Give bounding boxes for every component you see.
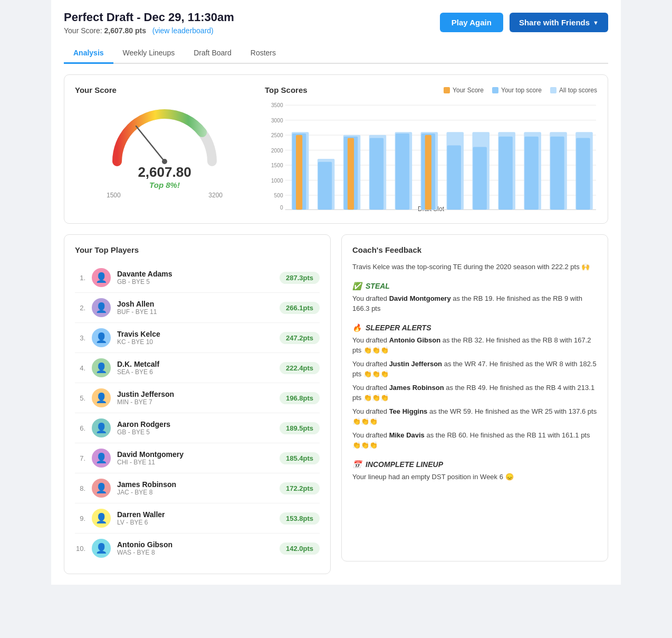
svg-text:2000: 2000 — [271, 148, 283, 154]
player-name: Travis Kelce — [117, 330, 273, 338]
player-team: MIN - BYE 7 — [117, 398, 273, 406]
tab-bar: Analysis Weekly Lineups Draft Board Rost… — [64, 43, 608, 64]
svg-text:2500: 2500 — [271, 132, 283, 138]
feedback-steal-item: You drafted David Montgomery as the RB 1… — [352, 293, 597, 314]
svg-line-0 — [136, 126, 165, 161]
player-score: 222.4pts — [280, 362, 320, 374]
player-info: Aaron Rodgers GB - BYE 5 — [117, 420, 273, 436]
feedback-sleeper-item: You drafted Justin Jefferson as the WR 4… — [352, 359, 597, 379]
feedback-sleeper-title: 🔥 SLEEPER ALERTS — [352, 323, 597, 332]
feedback-steal: ✅ STEALYou drafted David Montgomery as t… — [352, 282, 597, 314]
feedback-title: Coach's Feedback — [352, 245, 597, 254]
svg-rect-49 — [524, 137, 538, 210]
legend-your-score-label: Your Score — [453, 87, 484, 94]
feedback-sleeper: 🔥 SLEEPER ALERTSYou drafted Antonio Gibs… — [352, 323, 597, 451]
player-name: Darren Waller — [117, 510, 273, 519]
player-team: BUF - BYE 11 — [117, 308, 273, 316]
player-avatar: 👤 — [92, 388, 111, 407]
leaderboard-link[interactable]: (view leaderboard) — [152, 26, 214, 35]
player-name: Davante Adams — [117, 270, 273, 278]
feedback-sleeper-item: You drafted Mike Davis as the RB 60. He … — [352, 430, 597, 451]
tab-weekly-lineups[interactable]: Weekly Lineups — [113, 43, 185, 64]
player-info: Darren Waller LV - BYE 6 — [117, 510, 273, 526]
chevron-down-icon: ▼ — [593, 20, 599, 26]
legend-your-top-label: Your top score — [501, 87, 542, 94]
player-team: LV - BYE 6 — [117, 519, 273, 526]
feedback-incomplete: 📅 INCOMPLETE LINEUPYour lineup had an em… — [352, 460, 597, 482]
feedback-incomplete-title: 📅 INCOMPLETE LINEUP — [352, 460, 597, 469]
score-value: 2,607.80 pts — [104, 26, 146, 35]
player-list: 1. 👤 Davante Adams GB - BYE 5 287.3pts 2… — [75, 263, 320, 563]
chart-legend: Your Score Your top score All top scores — [444, 87, 597, 94]
legend-your-score-dot — [444, 87, 450, 93]
feedback-steal-title: ✅ STEAL — [352, 282, 597, 290]
legend-your-top-dot — [492, 87, 498, 93]
svg-rect-55 — [576, 138, 590, 210]
player-team: GB - BYE 5 — [117, 428, 273, 436]
top-players-card: Your Top Players 1. 👤 Davante Adams GB -… — [64, 234, 331, 574]
player-info: David Montgomery CHI - BYE 11 — [117, 450, 273, 466]
player-avatar: 👤 — [92, 358, 111, 377]
bottom-panels: Your Top Players 1. 👤 Davante Adams GB -… — [64, 234, 608, 574]
incomplete-icon: 📅 — [352, 460, 361, 469]
player-info: Travis Kelce KC - BYE 10 — [117, 330, 273, 346]
player-avatar: 👤 — [92, 479, 111, 498]
player-team: CHI - BYE 11 — [117, 459, 273, 466]
player-row: 5. 👤 Justin Jefferson MIN - BYE 7 196.8p… — [75, 383, 320, 413]
gauge-min: 1500 — [107, 192, 121, 199]
gauge-percentile: Top 8%! — [149, 180, 180, 189]
player-score: 266.1pts — [280, 302, 320, 314]
feedback-sections: ✅ STEALYou drafted David Montgomery as t… — [352, 282, 597, 482]
tab-draft-board[interactable]: Draft Board — [184, 43, 241, 64]
share-button[interactable]: Share with Friends ▼ — [510, 13, 608, 32]
sleeper-icon: 🔥 — [352, 323, 361, 332]
player-row: 10. 👤 Antonio Gibson WAS - BYE 8 142.0pt… — [75, 534, 320, 563]
player-name: Justin Jefferson — [117, 390, 273, 398]
bar-chart-svg: 3500 3000 2500 2000 1500 1000 500 0 — [265, 99, 597, 211]
score-chart-card: Your Score — [64, 74, 608, 224]
player-avatar: 👤 — [92, 298, 111, 317]
player-rank: 1. — [75, 274, 85, 282]
player-row: 7. 👤 David Montgomery CHI - BYE 11 185.4… — [75, 443, 320, 473]
player-name: David Montgomery — [117, 450, 273, 459]
gauge-score: 2,607.80 — [138, 164, 191, 180]
svg-text:500: 500 — [274, 193, 283, 198]
play-again-button[interactable]: Play Again — [440, 13, 503, 32]
player-row: 9. 👤 Darren Waller LV - BYE 6 153.8pts — [75, 503, 320, 534]
tab-analysis[interactable]: Analysis — [64, 43, 113, 64]
player-row: 6. 👤 Aaron Rodgers GB - BYE 5 189.5pts — [75, 413, 320, 443]
player-info: James Robinson JAC - BYE 8 — [117, 480, 273, 496]
player-row: 3. 👤 Travis Kelce KC - BYE 10 247.2pts — [75, 323, 320, 353]
chart-title: Top Scores — [265, 85, 308, 94]
gauge-max: 3200 — [208, 192, 223, 199]
svg-text:1000: 1000 — [271, 178, 283, 184]
player-score: 189.5pts — [280, 422, 320, 434]
player-team: JAC - BYE 8 — [117, 489, 273, 496]
score-label: Your Score: — [64, 26, 102, 35]
feedback-incomplete-item: Your lineup had an empty DST position in… — [352, 472, 597, 482]
tab-rosters[interactable]: Rosters — [241, 43, 285, 64]
share-label: Share with Friends — [519, 18, 590, 27]
gauge-section: Your Score — [75, 85, 254, 213]
player-rank: 7. — [75, 454, 85, 462]
player-rank: 3. — [75, 334, 85, 342]
player-score: 287.3pts — [280, 272, 320, 284]
players-title: Your Top Players — [75, 245, 320, 254]
gauge-chart — [107, 101, 223, 169]
player-name: Antonio Gibson — [117, 540, 273, 549]
player-name: D.K. Metcalf — [117, 360, 273, 368]
svg-point-1 — [162, 159, 167, 164]
svg-text:3500: 3500 — [271, 102, 283, 108]
svg-rect-23 — [318, 162, 332, 210]
player-score: 142.0pts — [280, 542, 320, 555]
svg-rect-40 — [447, 146, 461, 210]
player-rank: 6. — [75, 424, 85, 432]
svg-rect-52 — [550, 137, 564, 210]
feedback-intro: Travis Kelce was the top-scoring TE duri… — [352, 262, 597, 272]
feedback-sleeper-item: You drafted Tee Higgins as the WR 59. He… — [352, 406, 597, 427]
player-score: 185.4pts — [280, 452, 320, 464]
feedback-sleeper-item: You drafted James Robinson as the RB 49.… — [352, 383, 597, 403]
player-name: Josh Allen — [117, 300, 273, 308]
svg-rect-20 — [296, 135, 302, 210]
player-team: WAS - BYE 8 — [117, 549, 273, 556]
